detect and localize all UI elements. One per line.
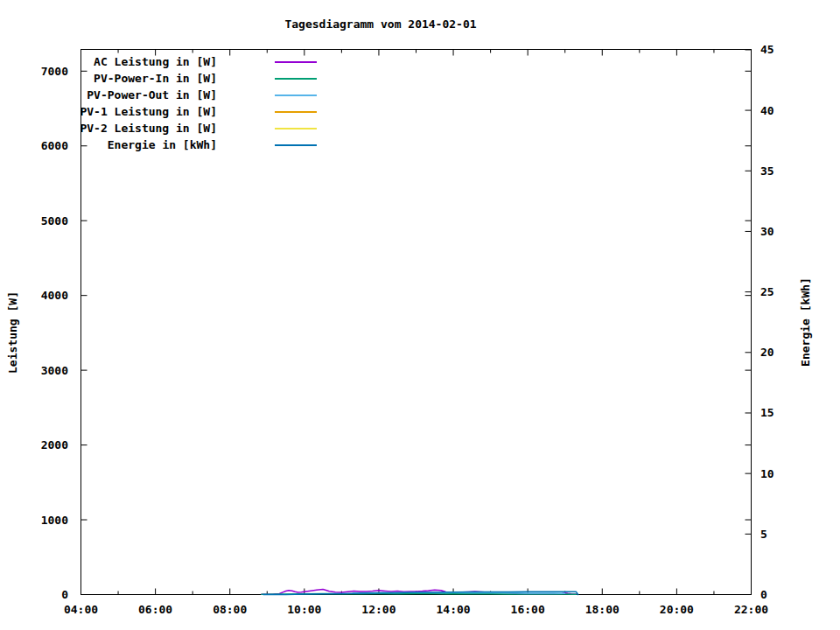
y-left-tick-label: 1000: [41, 514, 68, 527]
y-right-axis-title: Energie [kWh]: [799, 277, 812, 367]
x-tick-label: 18:00: [585, 603, 620, 616]
y-left-tick-label: 7000: [41, 65, 68, 78]
y-right-tick-label: 5: [760, 528, 767, 541]
x-tick-label: 12:00: [361, 603, 396, 616]
y-right-tick-label: 20: [760, 346, 774, 359]
legend-label: PV-Power-Out in [W]: [87, 88, 217, 102]
x-tick-label: 08:00: [213, 603, 247, 616]
legend-label: Energie in [kWh]: [108, 138, 217, 151]
chart-canvas: Tagesdiagramm vom 2014-02-01 Leistung [W…: [0, 0, 840, 630]
y-right-tick-label: 15: [760, 406, 774, 419]
y-left-tick-label: 2000: [41, 438, 68, 452]
y-right-tick-label: 25: [760, 285, 774, 298]
y-right-tick-label: 40: [760, 104, 774, 117]
y-right-tick-label: 45: [760, 43, 774, 56]
y-right-tick-label: 10: [760, 467, 774, 480]
y-left-tick-label: 3000: [41, 364, 68, 377]
x-tick-label: 22:00: [734, 603, 768, 616]
x-tick-label: 06:00: [138, 603, 172, 616]
legend-label: PV-Power-In in [W]: [94, 72, 217, 85]
legend-label: PV-1 Leistung in [W]: [80, 105, 217, 118]
legend-label: PV-2 Leistung in [W]: [80, 122, 217, 135]
y-left-tick-label: 4000: [41, 289, 68, 302]
y-left-tick-label: 6000: [41, 139, 68, 152]
y-right-tick-label: 30: [760, 225, 774, 238]
x-tick-label: 16:00: [511, 603, 545, 616]
x-tick-label: 10:00: [287, 603, 321, 616]
y-right-tick-label: 35: [760, 164, 774, 178]
generated-chart-content: 04:0006:0008:0010:0012:0014:0016:0018:00…: [41, 43, 774, 616]
y-left-axis-title: Leistung [W]: [6, 291, 19, 374]
chart-title: Tagesdiagramm vom 2014-02-01: [284, 18, 476, 31]
y-left-tick-label: 5000: [41, 214, 68, 228]
x-tick-label: 14:00: [436, 603, 470, 616]
y-right-tick-label: 0: [760, 588, 767, 601]
plot-area: Tagesdiagramm vom 2014-02-01 Leistung [W…: [0, 0, 840, 630]
legend-label: AC Leistung in [W]: [94, 55, 217, 68]
y-left-tick-label: 0: [61, 588, 68, 601]
x-tick-label: 20:00: [660, 603, 694, 616]
x-tick-label: 04:00: [64, 603, 98, 616]
